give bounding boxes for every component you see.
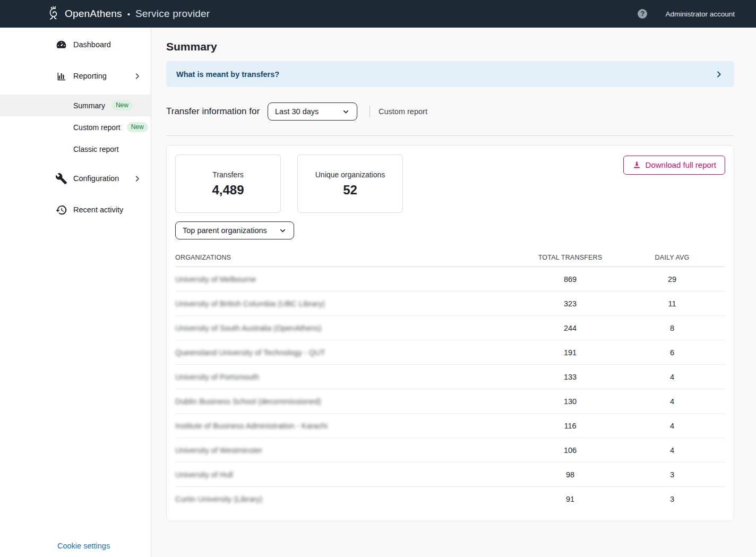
table-row: University of Westminster 106 4 xyxy=(175,438,725,462)
vertical-divider xyxy=(370,106,370,117)
sidebar-item-custom-report[interactable]: Custom report New xyxy=(0,116,151,138)
sidebar-item-recent-activity[interactable]: Recent activity xyxy=(0,197,151,222)
help-icon[interactable]: ? xyxy=(638,9,647,19)
organization-grouping-value: Top parent organizations xyxy=(183,226,267,235)
sidebar-item-configuration[interactable]: Configuration xyxy=(0,166,151,191)
chevron-right-icon[interactable] xyxy=(715,70,723,79)
organization-name: University of Westminster xyxy=(175,446,521,455)
stat-card-transfers: Transfers 4,489 xyxy=(175,155,281,213)
new-badge: New xyxy=(127,122,148,132)
account-menu[interactable]: Administrator account xyxy=(665,10,735,18)
sidebar-item-reporting[interactable]: Reporting xyxy=(0,63,151,89)
stat-card-unique-organizations: Unique organizations 52 xyxy=(297,155,403,213)
section-divider xyxy=(166,135,734,136)
sidebar-label: Reporting xyxy=(73,72,107,80)
daily-avg-value: 6 xyxy=(619,348,725,357)
table-row: University of Melbourne 869 29 xyxy=(175,267,725,292)
top-navbar: OpenAthens • Service provider ? Administ… xyxy=(0,0,756,28)
organization-grouping-select[interactable]: Top parent organizations xyxy=(175,221,294,239)
organization-name: Queensland University of Technology - QU… xyxy=(175,348,521,357)
table-row: University of Portsmouth 133 4 xyxy=(175,365,725,389)
daily-avg-value: 4 xyxy=(619,446,725,455)
dashboard-gauge-icon xyxy=(55,39,67,51)
daily-avg-value: 11 xyxy=(619,299,725,308)
date-range-select[interactable]: Last 30 days xyxy=(268,102,357,121)
report-card: Transfers 4,489 Unique organizations 52 … xyxy=(166,145,734,521)
daily-avg-value: 4 xyxy=(619,422,725,430)
brand-name: OpenAthens xyxy=(65,8,122,20)
date-range-value: Last 30 days xyxy=(275,107,319,116)
total-transfers-value: 244 xyxy=(521,324,619,332)
organizations-table: ORGANIZATIONS TOTAL TRANSFERS DAILY AVG … xyxy=(175,254,725,511)
organization-name: University of Melbourne xyxy=(175,275,521,284)
organization-name: Institute of Business Administration - K… xyxy=(175,422,521,430)
sidebar-item-summary[interactable]: Summary New xyxy=(0,95,151,116)
brand-separator: • xyxy=(127,10,130,19)
organization-name: Curtin University (Library) xyxy=(175,495,521,503)
table-row: University of Hull 98 3 xyxy=(175,462,725,487)
new-badge: New xyxy=(111,100,133,110)
sidebar: Dashboard Reporting Summary New Custom r… xyxy=(0,28,151,557)
transfers-info-banner[interactable]: What is meant by transfers? xyxy=(166,61,734,87)
stat-value: 52 xyxy=(343,183,357,198)
total-transfers-value: 116 xyxy=(521,422,619,430)
product-name: Service provider xyxy=(135,8,210,20)
table-row: University of British Columbia (UBC Libr… xyxy=(175,292,725,316)
openathens-logo-icon xyxy=(47,6,61,22)
table-header-row: ORGANIZATIONS TOTAL TRANSFERS DAILY AVG xyxy=(175,254,725,267)
table-row: Institute of Business Administration - K… xyxy=(175,414,725,438)
organization-name: University of Hull xyxy=(175,470,521,479)
download-full-report-button[interactable]: Download full report xyxy=(623,156,725,175)
total-transfers-value: 98 xyxy=(521,470,619,479)
table-row: Dublin Business School (decommissioned) … xyxy=(175,389,725,414)
daily-avg-value: 29 xyxy=(619,275,725,284)
sidebar-item-classic-report[interactable]: Classic report xyxy=(0,138,151,160)
daily-avg-value: 8 xyxy=(619,324,725,332)
sidebar-label: Recent activity xyxy=(73,205,123,214)
total-transfers-value: 106 xyxy=(521,446,619,455)
daily-avg-value: 3 xyxy=(619,470,725,479)
download-button-label: Download full report xyxy=(646,160,716,169)
cookie-settings-link[interactable]: Cookie settings xyxy=(57,542,110,550)
organization-name: University of British Columbia (UBC Libr… xyxy=(175,299,521,308)
column-header-organizations: ORGANIZATIONS xyxy=(175,254,521,261)
total-transfers-value: 869 xyxy=(521,275,619,284)
chevron-right-icon xyxy=(133,175,141,183)
chevron-right-icon xyxy=(133,72,141,80)
daily-avg-value: 3 xyxy=(619,495,725,503)
column-header-total-transfers: TOTAL TRANSFERS xyxy=(521,254,619,261)
chevron-down-icon xyxy=(279,227,287,235)
sidebar-item-dashboard[interactable]: Dashboard xyxy=(0,32,151,57)
bar-chart-icon xyxy=(55,70,67,82)
table-row: Curtin University (Library) 91 3 xyxy=(175,487,725,511)
history-icon xyxy=(55,204,67,216)
sidebar-label: Summary xyxy=(73,101,105,110)
banner-text: What is meant by transfers? xyxy=(176,70,279,79)
organization-name: Dublin Business School (decommissioned) xyxy=(175,397,521,406)
stat-label: Unique organizations xyxy=(315,170,385,179)
sidebar-label: Dashboard xyxy=(73,40,111,49)
table-row: Queensland University of Technology - QU… xyxy=(175,340,725,365)
download-icon xyxy=(632,160,641,169)
column-header-daily-avg: DAILY AVG xyxy=(619,254,725,261)
table-row: University of South Australia (OpenAthen… xyxy=(175,316,725,340)
stat-label: Transfers xyxy=(212,170,244,179)
wrench-icon xyxy=(55,173,67,185)
total-transfers-value: 91 xyxy=(521,495,619,503)
daily-avg-value: 4 xyxy=(619,397,725,406)
stat-value: 4,489 xyxy=(212,183,244,198)
total-transfers-value: 130 xyxy=(521,397,619,406)
daily-avg-value: 4 xyxy=(619,373,725,381)
chevron-down-icon xyxy=(342,108,350,116)
total-transfers-value: 133 xyxy=(521,373,619,381)
page-title: Summary xyxy=(166,40,734,53)
organization-name: University of South Australia (OpenAthen… xyxy=(175,324,521,332)
filter-label: Transfer information for xyxy=(166,106,260,117)
sidebar-label: Configuration xyxy=(73,174,119,183)
sidebar-label: Custom report xyxy=(73,123,121,132)
total-transfers-value: 323 xyxy=(521,299,619,308)
custom-report-link[interactable]: Custom report xyxy=(379,107,427,116)
main-content: Summary What is meant by transfers? Tran… xyxy=(151,28,756,557)
org-table-body: University of Melbourne 869 29 Universit… xyxy=(175,267,725,511)
sidebar-label: Classic report xyxy=(73,145,119,153)
